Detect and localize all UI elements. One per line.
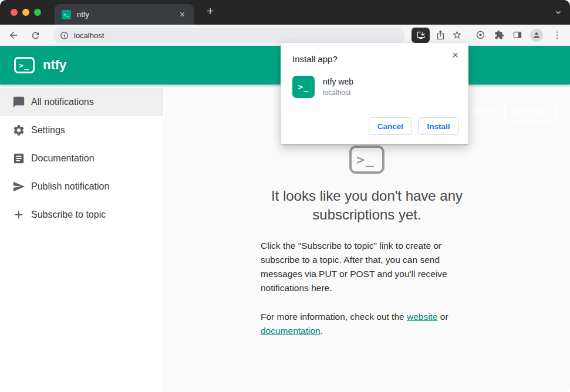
browser-window: >_ ntfy × + localhost — [0, 0, 570, 392]
brand-title: ntfy — [43, 58, 66, 73]
dialog-close-icon[interactable]: × — [448, 48, 462, 63]
website-link[interactable]: website — [407, 312, 438, 322]
sidebar-item-documentation[interactable]: Documentation — [0, 144, 163, 173]
extensions-puzzle-icon[interactable] — [494, 30, 504, 40]
dialog-app-origin: localhost — [323, 89, 353, 97]
dialog-app-row: >_ ntfy web localhost — [292, 76, 353, 98]
ntfy-app-icon: >_ — [292, 76, 315, 98]
window-minimize-button[interactable] — [22, 9, 29, 16]
dialog-title: Install app? — [292, 54, 338, 64]
extension-badge-icon[interactable] — [475, 30, 485, 40]
sidebar-item-all-notifications[interactable]: All notifications — [0, 88, 163, 116]
tab-title: ntfy — [77, 10, 177, 19]
window-close-button[interactable] — [11, 9, 18, 16]
send-icon — [12, 180, 25, 193]
tab-close-icon[interactable]: × — [177, 9, 188, 20]
sidebar: All notifications Settings Documentation… — [0, 85, 163, 392]
sidebar-item-settings[interactable]: Settings — [0, 116, 163, 144]
book-icon — [12, 152, 25, 165]
logo-glyph: >_ — [19, 61, 29, 70]
more-info-prefix: For more information, check out the — [261, 312, 407, 322]
install-desktop-icon — [416, 31, 426, 40]
reload-icon[interactable] — [31, 31, 41, 40]
empty-state-heading: It looks like you don't have any subscri… — [261, 187, 473, 224]
cancel-button[interactable]: Cancel — [369, 117, 412, 135]
new-tab-button[interactable]: + — [203, 3, 217, 19]
address-bar[interactable]: localhost — [53, 28, 405, 43]
url-text: localhost — [74, 31, 104, 40]
sidebar-item-label: All notifications — [31, 97, 94, 107]
side-panel-icon[interactable] — [512, 30, 522, 40]
install-app-button[interactable] — [412, 28, 430, 43]
gear-icon — [12, 124, 25, 137]
dialog-app-name: ntfy web — [323, 77, 353, 86]
back-icon[interactable] — [8, 30, 19, 40]
share-icon[interactable] — [436, 30, 446, 40]
dialog-buttons: Cancel Install — [369, 117, 459, 135]
more-info-suffix: . — [321, 326, 323, 336]
browser-menu-icon[interactable]: ⋮ — [552, 29, 559, 40]
sidebar-item-label: Subscribe to topic — [31, 209, 106, 220]
tab-strip: >_ ntfy × + — [0, 0, 570, 25]
sidebar-item-label: Documentation — [31, 153, 95, 164]
logo-glyph: >_ — [298, 82, 309, 92]
sidebar-item-label: Publish notification — [31, 181, 109, 192]
ntfy-logo-large-icon: >_ — [349, 146, 385, 174]
person-icon — [532, 31, 541, 39]
bookmark-star-icon[interactable] — [452, 30, 462, 40]
sidebar-item-subscribe-to-topic[interactable]: Subscribe to topic — [0, 201, 163, 229]
install-app-dialog: Install app? × >_ ntfy web localhost Can… — [281, 43, 468, 144]
chat-icon — [12, 96, 25, 109]
site-info-icon[interactable] — [60, 31, 69, 40]
more-info-text: For more information, check out the webs… — [261, 310, 473, 338]
window-zoom-button[interactable] — [34, 9, 41, 16]
browser-tab[interactable]: >_ ntfy × — [55, 4, 194, 25]
favicon-glyph: >_ — [64, 12, 69, 17]
documentation-link[interactable]: documentation — [261, 326, 321, 336]
plus-icon — [12, 208, 25, 221]
ntfy-logo-icon[interactable]: >_ — [14, 57, 35, 73]
tab-search-chevron-icon[interactable] — [554, 8, 563, 19]
sign-up-button[interactable]: SIGN UP — [504, 101, 556, 121]
dialog-app-text: ntfy web localhost — [323, 76, 353, 97]
empty-state-instructions: Click the "Subscribe to topic" link to c… — [261, 239, 473, 295]
install-button[interactable]: Install — [418, 117, 459, 135]
ntfy-favicon-icon: >_ — [62, 10, 71, 19]
profile-avatar[interactable] — [530, 29, 543, 42]
sidebar-item-publish-notification[interactable]: Publish notification — [0, 173, 163, 201]
more-info-middle: or — [438, 312, 448, 322]
sidebar-item-label: Settings — [31, 125, 65, 136]
logo-glyph: >_ — [356, 152, 375, 167]
